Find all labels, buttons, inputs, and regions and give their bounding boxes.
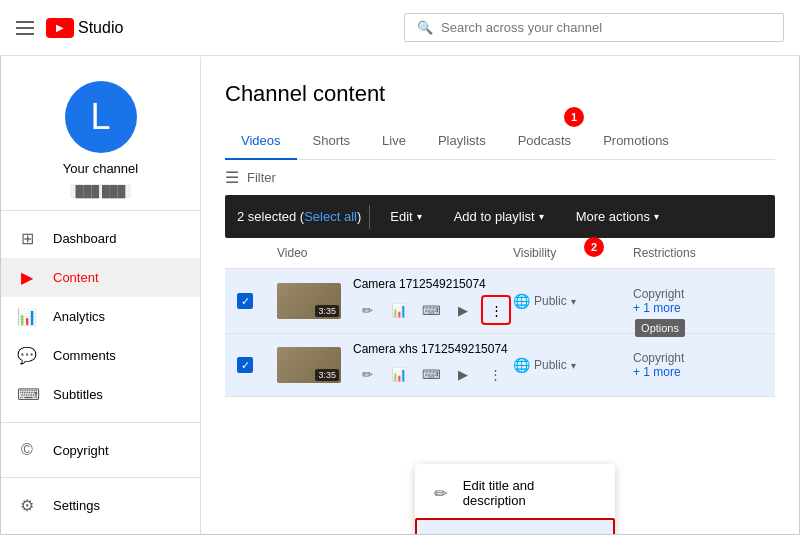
search-bar[interactable]: 🔍 bbox=[404, 13, 784, 42]
visibility-cell-2: 🌐 Public ▾ bbox=[513, 357, 633, 373]
tab-shorts[interactable]: Shorts bbox=[297, 123, 367, 160]
main-content: Channel content Videos Shorts Live Playl… bbox=[201, 57, 799, 535]
sidebar-item-copyright[interactable]: © Copyright bbox=[1, 431, 200, 469]
restriction-more-2[interactable]: + 1 more bbox=[633, 365, 681, 379]
edit-action-btn-2[interactable]: ✏ bbox=[353, 360, 381, 388]
header-restrictions-col: Restrictions bbox=[633, 246, 763, 260]
tab-live[interactable]: Live bbox=[366, 123, 422, 160]
checkbox-2[interactable]: ✓ bbox=[237, 357, 253, 373]
selected-count: 2 selected (Select all) bbox=[237, 209, 361, 224]
edit-button[interactable]: Edit ▾ bbox=[378, 203, 433, 230]
nav-divider-2 bbox=[1, 477, 200, 478]
nav-items: ⊞ Dashboard ▶ Content 📊 Analytics 💬 Comm… bbox=[1, 211, 200, 535]
sidebar-item-label: Analytics bbox=[53, 309, 105, 324]
youtube-studio-logo[interactable]: Studio bbox=[46, 18, 123, 38]
header-visibility-col: Visibility bbox=[513, 246, 633, 260]
more-actions-chevron-icon: ▾ bbox=[654, 211, 659, 222]
visibility-chevron-2[interactable]: ▾ bbox=[571, 360, 576, 371]
video-info-1: Camera 1712549215074 ✏ 📊 ⌨ ▶ ⋮ bbox=[341, 277, 513, 325]
subtitles-action-btn-1[interactable]: ⌨ bbox=[417, 296, 445, 324]
sidebar: L Your channel ███ ███ ⊞ Dashboard ▶ Con… bbox=[1, 57, 201, 535]
checkbox-1[interactable]: ✓ bbox=[237, 293, 253, 309]
content-tabs: Videos Shorts Live Playlists Podcasts Pr… bbox=[225, 123, 775, 160]
sidebar-item-label: Copyright bbox=[53, 443, 109, 458]
sidebar-item-dashboard[interactable]: ⊞ Dashboard bbox=[1, 219, 200, 258]
video-title-1: Camera 1712549215074 bbox=[353, 277, 513, 291]
dashboard-icon: ⊞ bbox=[17, 229, 37, 248]
options-btn-2[interactable]: ⋮ bbox=[481, 360, 509, 388]
studio-label: Studio bbox=[78, 19, 123, 37]
search-icon: 🔍 bbox=[417, 20, 433, 35]
channel-handle: ███ ███ bbox=[70, 184, 132, 198]
analytics-action-btn-2[interactable]: 📊 bbox=[385, 360, 413, 388]
avatar: L bbox=[65, 81, 137, 153]
sidebar-item-content[interactable]: ▶ Content bbox=[1, 258, 200, 297]
copyright-icon: © bbox=[17, 441, 37, 459]
badge-1: 1 bbox=[564, 107, 584, 127]
globe-icon-1: 🌐 bbox=[513, 293, 530, 309]
settings-icon: ⚙ bbox=[17, 496, 37, 515]
tab-videos[interactable]: Videos bbox=[225, 123, 297, 160]
analytics-action-btn-1[interactable]: 📊 bbox=[385, 296, 413, 324]
main-layout: L Your channel ███ ███ ⊞ Dashboard ▶ Con… bbox=[1, 57, 799, 535]
youtube-icon bbox=[46, 18, 74, 38]
top-bar: Studio 🔍 bbox=[0, 0, 800, 56]
checkbox-wrap-2[interactable]: ✓ bbox=[237, 357, 277, 373]
sidebar-item-comments[interactable]: 💬 Comments bbox=[1, 336, 200, 375]
selection-toolbar: 2 selected (Select all) Edit ▾ Add to pl… bbox=[225, 195, 775, 238]
context-menu: ✏ Edit title and description ⇄ Get share… bbox=[415, 464, 615, 535]
tab-playlists[interactable]: Playlists bbox=[422, 123, 502, 160]
table-header: Video Visibility Restrictions bbox=[225, 238, 775, 269]
ctx-edit-title[interactable]: ✏ Edit title and description bbox=[415, 468, 615, 518]
restriction-badge-1: Copyright bbox=[633, 287, 684, 301]
youtube-action-btn-2[interactable]: ▶ bbox=[449, 360, 477, 388]
ctx-shareable-link[interactable]: ⇄ Get shareable link bbox=[415, 518, 615, 535]
video-actions-1: ✏ 📊 ⌨ ▶ ⋮ bbox=[353, 295, 513, 325]
badge-2: 2 bbox=[584, 237, 604, 257]
search-input[interactable] bbox=[441, 20, 771, 35]
sidebar-item-analytics[interactable]: 📊 Analytics bbox=[1, 297, 200, 336]
sidebar-item-settings[interactable]: ⚙ Settings bbox=[1, 486, 200, 525]
filter-label: Filter bbox=[247, 170, 276, 185]
video-duration-1: 3:35 bbox=[315, 305, 339, 317]
youtube-action-btn-1[interactable]: ▶ bbox=[449, 296, 477, 324]
subtitles-icon: ⌨ bbox=[17, 385, 37, 404]
toolbar-separator bbox=[369, 205, 370, 229]
tab-promotions[interactable]: Promotions bbox=[587, 123, 685, 160]
hamburger-menu[interactable] bbox=[16, 21, 34, 35]
sidebar-item-label: Settings bbox=[53, 498, 100, 513]
options-tooltip: Options bbox=[635, 319, 685, 337]
video-duration-2: 3:35 bbox=[315, 369, 339, 381]
options-btn-1[interactable]: ⋮ bbox=[481, 295, 511, 325]
edit-chevron-icon: ▾ bbox=[417, 211, 422, 222]
add-to-playlist-button[interactable]: Add to playlist ▾ bbox=[442, 203, 556, 230]
checkbox-wrap-1[interactable]: ✓ bbox=[237, 293, 277, 309]
content-icon: ▶ bbox=[17, 268, 37, 287]
edit-action-btn-1[interactable]: ✏ bbox=[353, 296, 381, 324]
visibility-label-1: Public bbox=[534, 294, 567, 308]
sidebar-item-send-feedback[interactable]: ✉ Send feedback bbox=[1, 525, 200, 535]
subtitles-action-btn-2[interactable]: ⌨ bbox=[417, 360, 445, 388]
more-actions-button[interactable]: More actions ▾ bbox=[564, 203, 671, 230]
page-title: Channel content bbox=[225, 81, 775, 107]
sidebar-item-label: Content bbox=[53, 270, 99, 285]
sidebar-item-label: Comments bbox=[53, 348, 116, 363]
restriction-badge-2: Copyright bbox=[633, 351, 684, 365]
visibility-chevron-1[interactable]: ▾ bbox=[571, 296, 576, 307]
nav-divider bbox=[1, 422, 200, 423]
tab-podcasts[interactable]: Podcasts bbox=[502, 123, 587, 160]
restrictions-cell-1: Copyright + 1 more bbox=[633, 287, 763, 315]
filter-bar[interactable]: ☰ Filter bbox=[225, 160, 775, 195]
sidebar-item-subtitles[interactable]: ⌨ Subtitles bbox=[1, 375, 200, 414]
channel-name: Your channel bbox=[63, 161, 138, 176]
restriction-more-1[interactable]: + 1 more bbox=[633, 301, 681, 315]
video-actions-2: ✏ 📊 ⌨ ▶ ⋮ bbox=[353, 360, 513, 388]
visibility-cell-1: 🌐 Public ▾ bbox=[513, 293, 633, 309]
share-icon: ⇄ bbox=[433, 530, 453, 535]
header-video-col: Video bbox=[277, 246, 513, 260]
select-all-link[interactable]: Select all bbox=[304, 209, 357, 224]
sidebar-item-label: Dashboard bbox=[53, 231, 117, 246]
globe-icon-2: 🌐 bbox=[513, 357, 530, 373]
analytics-icon: 📊 bbox=[17, 307, 37, 326]
video-thumbnail-2: 3:35 bbox=[277, 347, 341, 383]
